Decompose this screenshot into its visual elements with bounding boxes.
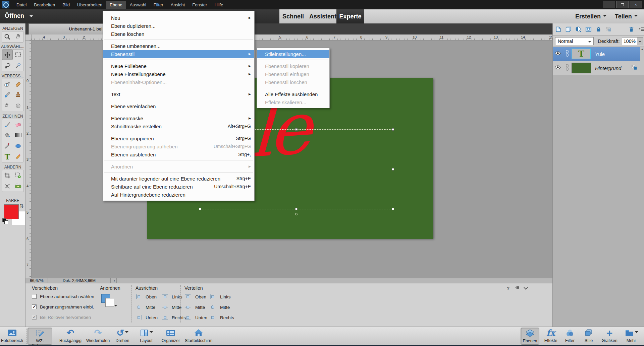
distribute-bottom-icon[interactable] (185, 315, 191, 320)
auto-select-layer-checkbox[interactable] (32, 294, 37, 299)
tab-experte[interactable]: Experte (336, 9, 364, 23)
blend-mode-select[interactable]: Normal (555, 37, 594, 45)
create-button[interactable]: Erstellen (575, 9, 606, 23)
menubar-item-filter[interactable]: Filter (150, 1, 167, 9)
menu-item-neue-fuellebene[interactable]: Neue Füllebene▶ (103, 62, 254, 70)
layer-name[interactable]: Yule (595, 51, 605, 57)
menubar-item-bild[interactable]: Bild (59, 1, 73, 9)
distribute-center-label[interactable]: Mitte (220, 305, 230, 310)
submenu-item-stileinstellungen[interactable]: Stileinstellungen... (257, 50, 329, 58)
swap-colors-icon[interactable]: ⇅ (19, 203, 24, 209)
selection-handle[interactable] (295, 208, 298, 210)
menubar-item-datei[interactable]: Datei (13, 1, 30, 9)
zoom-level[interactable]: 66,67% (27, 278, 46, 283)
layer-visibility-eye-icon[interactable] (553, 65, 563, 71)
hand-tool[interactable] (13, 31, 23, 42)
eyedropper-tool[interactable] (2, 141, 13, 151)
distribute-left-label[interactable]: Links (220, 294, 231, 299)
sponge-tool[interactable] (13, 100, 23, 111)
menu-item-sichtbare-reduzieren[interactable]: Sichtbare auf eine Ebene reduzierenUmsch… (103, 183, 254, 191)
type-tool[interactable]: T (2, 151, 13, 162)
foreground-color-swatch[interactable] (4, 204, 19, 219)
show-bounding-box-checkbox[interactable] (32, 304, 37, 309)
layer-row-yule[interactable]: T Yule (553, 47, 640, 61)
taskbar-ebenen[interactable]: Ebenen (521, 328, 539, 345)
taskbar-layout[interactable]: Layout (136, 328, 157, 345)
opacity-value[interactable]: 100% (622, 37, 638, 45)
help-icon[interactable]: ? (507, 286, 509, 291)
selection-handle[interactable] (199, 208, 201, 210)
lock-layer-icon[interactable] (595, 26, 602, 33)
distribute-center-icon[interactable] (210, 305, 215, 309)
tab-assistent[interactable]: Assistent (309, 9, 336, 23)
menu-item-ebene-umbenennen[interactable]: Ebene umbenennen... (103, 42, 254, 50)
align-middle-icon[interactable] (136, 305, 142, 309)
taskbar-drehen[interactable]: ↺ Drehen (111, 328, 134, 345)
distribute-middle-label[interactable]: Mitte (195, 305, 205, 310)
gradient-tool[interactable] (13, 130, 23, 140)
tab-schnell[interactable]: Schnell (282, 9, 304, 23)
panel-menu-icon[interactable] (638, 26, 644, 33)
close-button[interactable]: × (630, 1, 642, 8)
taskbar-startbildschirm[interactable]: Startbildschirm (182, 328, 215, 345)
layer-link-icon[interactable] (563, 50, 572, 58)
default-colors-white[interactable] (4, 220, 8, 224)
zoom-tool[interactable] (2, 31, 13, 42)
taskbar-organizer[interactable]: Organizer (158, 328, 183, 345)
open-button[interactable]: Öffnen (5, 12, 24, 19)
rectangular-marquee-tool[interactable] (13, 50, 23, 60)
document-size-info[interactable]: Dok: 2,64M/3,66M (48, 278, 111, 283)
move-tool[interactable] (2, 50, 13, 60)
paint-bucket-tool[interactable] (2, 130, 13, 140)
distribute-top-icon[interactable] (185, 294, 191, 299)
brush-tool[interactable] (2, 119, 13, 130)
content-aware-move-tool[interactable] (2, 181, 13, 191)
menu-item-ebenenmaske[interactable]: Ebenenmaske▶ (103, 114, 254, 122)
crop-tool[interactable] (2, 170, 13, 181)
layer-mask-icon[interactable] (585, 26, 592, 33)
collapse-panel-chevron-icon[interactable] (524, 285, 528, 290)
background-lock-icon[interactable] (631, 64, 638, 72)
red-eye-removal-tool[interactable] (2, 79, 13, 89)
align-center-icon[interactable] (162, 305, 168, 309)
submenu-item-alle-effekte-ausblenden[interactable]: Alle Effekte ausblenden (257, 90, 329, 98)
align-top-icon[interactable] (136, 294, 142, 299)
menubar-item-ebene[interactable]: Ebene (106, 1, 126, 9)
taskbar-stile[interactable]: Stile (580, 328, 597, 345)
minimize-button[interactable]: – (603, 1, 615, 8)
taskbar-grafiken[interactable]: + Grafiken (598, 328, 621, 345)
menu-item-ebenenstil[interactable]: Ebenenstil▶ (103, 50, 254, 58)
selection-handle[interactable] (392, 128, 394, 131)
taskbar-rueckgaengig[interactable]: ↶ Rückgängig (56, 328, 85, 345)
adjustment-layer-icon[interactable] (575, 26, 582, 33)
menu-item-neue-einstellungsebene[interactable]: Neue Einstellungsebene▶ (103, 70, 254, 78)
distribute-right-icon[interactable] (210, 315, 215, 320)
align-right-label[interactable]: Rechts (172, 315, 186, 320)
align-center-label[interactable]: Mitte (172, 305, 181, 310)
selection-handle[interactable] (392, 168, 394, 170)
taskbar-fotobereich[interactable]: Fotobereich (0, 328, 26, 345)
recompose-tool[interactable] (13, 170, 23, 181)
align-top-label[interactable]: Oben (146, 294, 157, 299)
menu-item-ebene-vereinfachen[interactable]: Ebene vereinfachen (103, 102, 254, 110)
menu-item-neu[interactable]: Neu▶ (103, 14, 254, 22)
distribute-left-icon[interactable] (210, 294, 215, 299)
distribute-top-label[interactable]: Oben (195, 294, 206, 299)
share-button[interactable]: Teilen (615, 9, 638, 23)
status-expander[interactable]: › (111, 278, 117, 283)
layer-name[interactable]: Hintergrund (595, 65, 621, 71)
layer-visibility-eye-icon[interactable] (553, 51, 563, 57)
lasso-tool[interactable] (2, 60, 13, 71)
shape-tool[interactable] (13, 141, 23, 151)
menubar-item-ansicht[interactable]: Ansicht (167, 1, 189, 9)
menubar-item-auswahl[interactable]: Auswahl (126, 1, 150, 9)
layers-scrollbar[interactable]: ▲ (640, 47, 644, 75)
open-dropdown-caret-icon[interactable] (30, 15, 33, 19)
rotate-handle[interactable] (295, 213, 298, 215)
menubar-item-ueberarbeiten[interactable]: Überarbeiten (73, 1, 106, 9)
arrange-dropdown[interactable] (101, 294, 116, 309)
highlight-on-rollover-checkbox[interactable] (32, 315, 37, 320)
menu-item-text[interactable]: Text▶ (103, 90, 254, 98)
menu-item-ebenen-ausblenden[interactable]: Ebenen ausblendenStrg+, (103, 150, 254, 158)
distribute-middle-icon[interactable] (185, 305, 191, 309)
